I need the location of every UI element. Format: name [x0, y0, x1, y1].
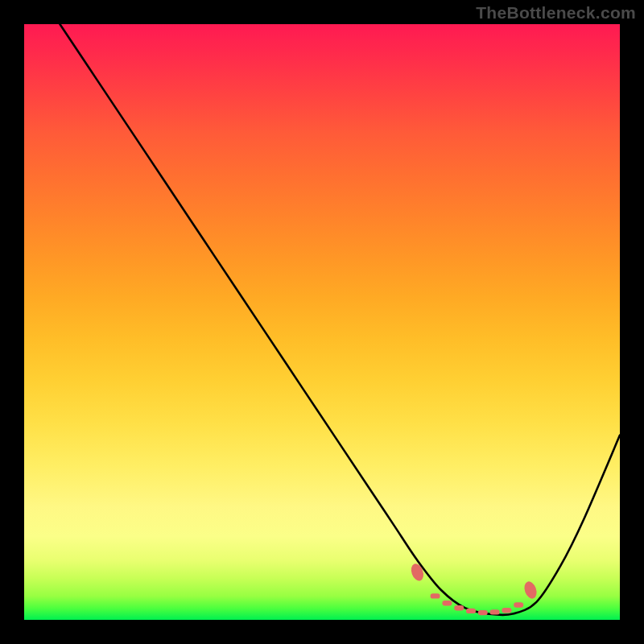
watermark-text: TheBottleneck.com	[476, 3, 636, 23]
highlight-dash-marker	[442, 601, 452, 605]
curve-layer	[60, 24, 620, 615]
highlight-end-marker	[409, 562, 426, 582]
chart-svg	[24, 24, 620, 620]
highlight-dash-marker	[514, 602, 523, 607]
highlight-points-layer	[409, 562, 539, 615]
highlight-dash-marker	[454, 605, 464, 610]
highlight-dash-marker	[490, 609, 500, 614]
plot-area	[24, 24, 620, 620]
highlight-dash-marker	[431, 593, 440, 598]
chart-frame: TheBottleneck.com	[0, 0, 644, 644]
highlight-dash-marker	[466, 609, 476, 613]
bottleneck-curve	[60, 24, 620, 615]
highlight-end-marker	[522, 580, 539, 600]
highlight-dash-marker	[502, 608, 511, 613]
highlight-dash-marker	[478, 610, 488, 615]
